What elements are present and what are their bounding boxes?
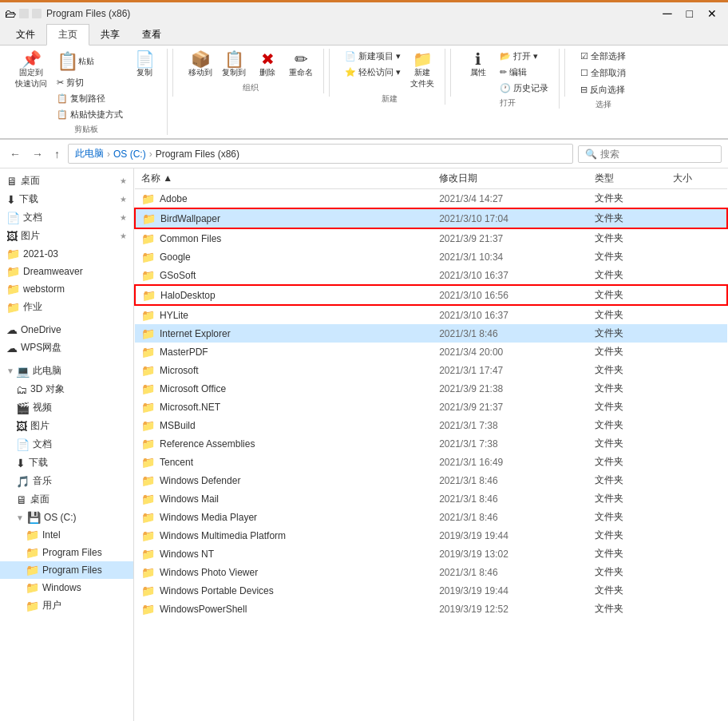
folder-icon: 📁 bbox=[141, 382, 155, 395]
paste-copy-cut: 📋 粘贴 ✂ 剪切 📋 复制路径 📋 粘贴快捷方式 bbox=[53, 49, 127, 122]
folder-icon: 📁 bbox=[141, 192, 155, 205]
select-label: 选择 bbox=[595, 99, 611, 110]
sidebar-item-2021-03[interactable]: 📁 2021-03 bbox=[0, 245, 133, 263]
tab-file[interactable]: 文件 bbox=[5, 24, 46, 45]
history-button[interactable]: 🕐 历史记录 bbox=[496, 81, 552, 96]
window-controls[interactable]: 🗁 bbox=[5, 7, 42, 20]
back-button[interactable]: ← bbox=[6, 146, 24, 162]
close-button[interactable]: ✕ bbox=[701, 5, 723, 22]
col-date[interactable]: 修改日期 bbox=[433, 168, 588, 189]
copy-button[interactable]: 📄 复制 bbox=[129, 49, 160, 81]
ribbon-group-new: 📄 新建项目 ▾ ⭐ 轻松访问 ▾ 📁 新建文件夹 新建 bbox=[334, 49, 445, 105]
copy-path-button[interactable]: 📋 复制路径 bbox=[53, 91, 127, 106]
sidebar-item-3d-objects[interactable]: 🗂 3D 对象 bbox=[0, 380, 133, 398]
pin-icon: 📌 bbox=[22, 51, 42, 67]
sidebar-item-desktop[interactable]: 🖥 桌面 ★ bbox=[0, 172, 133, 190]
table-row[interactable]: 📁Windows NT2019/3/19 13:02文件夹 bbox=[135, 545, 727, 563]
sidebar-item-dreamweaver[interactable]: 📁 Dreamweaver bbox=[0, 263, 133, 280]
table-row[interactable]: 📁Reference Assemblies2021/3/1 7:38文件夹 bbox=[135, 434, 727, 453]
tab-home[interactable]: 主页 bbox=[46, 24, 89, 46]
sidebar-item-intel[interactable]: 📁 Intel bbox=[0, 526, 133, 544]
table-row[interactable]: 📁HaloDesktop2021/3/10 16:56文件夹 bbox=[135, 285, 727, 305]
move-to-button[interactable]: 📦 移动到 bbox=[184, 49, 216, 81]
table-row[interactable]: 📁WindowsPowerShell2019/3/19 12:52文件夹 bbox=[135, 600, 727, 618]
col-size[interactable]: 大小 bbox=[667, 168, 727, 189]
sidebar-item-documents[interactable]: 📄 文档 ★ bbox=[0, 208, 133, 227]
table-row[interactable]: 📁Microsoft Office2021/3/9 21:38文件夹 bbox=[135, 379, 727, 398]
sidebar-item-program-files-x86[interactable]: 📁 Program Files bbox=[0, 561, 133, 579]
sidebar-item-pictures2[interactable]: 🖼 图片 bbox=[0, 417, 133, 435]
folder-icon: 📁 bbox=[141, 548, 155, 561]
forward-button[interactable]: → bbox=[29, 146, 46, 162]
sidebar-item-music[interactable]: 🎵 音乐 bbox=[0, 472, 133, 490]
table-row[interactable]: 📁Windows Multimedia Platform2019/3/19 19… bbox=[135, 526, 727, 545]
invert-selection-button[interactable]: ⊟ 反向选择 bbox=[576, 82, 629, 97]
breadcrumb-this-pc[interactable]: 此电脑 bbox=[75, 147, 104, 160]
breadcrumb-program-files[interactable]: Program Files (x86) bbox=[156, 149, 239, 160]
sidebar-item-users[interactable]: 📁 用户 bbox=[0, 596, 133, 615]
sidebar-item-os-c[interactable]: ▼ 💾 OS (C:) bbox=[0, 509, 133, 526]
pin-quickaccess-button[interactable]: 📌 固定到快速访问 bbox=[11, 49, 51, 92]
table-row[interactable]: 📁Common Files2021/3/9 21:37文件夹 bbox=[135, 228, 727, 248]
paste-button[interactable]: 📋 粘贴 bbox=[53, 49, 127, 74]
search-box[interactable]: 🔍 bbox=[578, 145, 722, 163]
select-all-button[interactable]: ☑ 全部选择 bbox=[576, 49, 630, 64]
table-row[interactable]: 📁BirdWallpaper2021/3/10 17:04文件夹 bbox=[135, 208, 727, 228]
sidebar-item-videos[interactable]: 🎬 视频 bbox=[0, 398, 133, 417]
table-row[interactable]: 📁MasterPDF2021/3/4 20:00文件夹 bbox=[135, 343, 727, 361]
sidebar-item-download[interactable]: ⬇ 下载 ★ bbox=[0, 190, 133, 208]
new-folder-button[interactable]: 📁 新建文件夹 bbox=[406, 49, 438, 92]
sidebar-item-wps-cloud[interactable]: ☁ WPS网盘 bbox=[0, 339, 133, 357]
sidebar-item-onedrive[interactable]: ☁ OneDrive bbox=[0, 321, 133, 339]
easy-access-button[interactable]: ⭐ 轻松访问 ▾ bbox=[341, 65, 405, 80]
sidebar-item-homework[interactable]: 📁 作业 bbox=[0, 298, 133, 316]
up-button[interactable]: ↑ bbox=[51, 146, 63, 162]
sidebar-item-webstorm[interactable]: 📁 webstorm bbox=[0, 280, 133, 298]
breadcrumb[interactable]: 此电脑 › OS (C:) › Program Files (x86) bbox=[68, 144, 573, 164]
folder-icon-hw: 📁 bbox=[6, 301, 20, 314]
sidebar-item-program-files[interactable]: 📁 Program Files bbox=[0, 544, 133, 561]
sidebar-item-desktop2[interactable]: 🖥 桌面 bbox=[0, 490, 133, 509]
breadcrumb-os-c[interactable]: OS (C:) bbox=[113, 149, 146, 160]
table-row[interactable]: 📁Windows Media Player2021/3/1 8:46文件夹 bbox=[135, 508, 727, 526]
col-type[interactable]: 类型 bbox=[588, 168, 667, 189]
sidebar-item-documents2[interactable]: 📄 文档 bbox=[0, 435, 133, 454]
maximize-button[interactable]: □ bbox=[680, 5, 699, 22]
rename-button[interactable]: ✏ 重命名 bbox=[285, 49, 317, 81]
table-row[interactable]: 📁Windows Photo Viewer2021/3/1 8:46文件夹 bbox=[135, 563, 727, 581]
table-row[interactable]: 📁Windows Defender2021/3/1 8:46文件夹 bbox=[135, 471, 727, 489]
table-row[interactable]: 📁GSoSoft2021/3/10 16:37文件夹 bbox=[135, 266, 727, 285]
table-row[interactable]: 📁Windows Mail2021/3/1 8:46文件夹 bbox=[135, 489, 727, 508]
table-row[interactable]: 📁Internet Explorer2021/3/1 8:46文件夹 bbox=[135, 324, 727, 343]
folder-icon-dw: 📁 bbox=[6, 265, 20, 278]
search-input[interactable] bbox=[600, 149, 712, 160]
table-row[interactable]: 📁MSBuild2021/3/1 7:38文件夹 bbox=[135, 416, 727, 434]
open-button[interactable]: 📂 打开 ▾ bbox=[496, 49, 552, 64]
cut-button[interactable]: ✂ 剪切 bbox=[53, 75, 127, 90]
table-row[interactable]: 📁Adobe2021/3/4 14:27文件夹 bbox=[135, 189, 727, 209]
properties-button[interactable]: ℹ 属性 bbox=[462, 49, 494, 81]
table-row[interactable]: 📁Microsoft.NET2021/3/9 21:37文件夹 bbox=[135, 398, 727, 416]
table-row[interactable]: 📁HYLite2021/3/10 16:37文件夹 bbox=[135, 305, 727, 324]
minimize-button[interactable]: ─ bbox=[656, 5, 678, 22]
table-row[interactable]: 📁Windows Portable Devices2019/3/19 19:44… bbox=[135, 581, 727, 600]
table-row[interactable]: 📁Microsoft2021/3/1 17:47文件夹 bbox=[135, 361, 727, 379]
delete-button[interactable]: ✖ 删除 bbox=[251, 49, 283, 81]
tab-view[interactable]: 查看 bbox=[131, 24, 172, 45]
properties-icon: ℹ bbox=[475, 51, 481, 67]
sidebar-item-pictures[interactable]: 🖼 图片 ★ bbox=[0, 227, 133, 245]
sidebar-item-windows[interactable]: 📁 Windows bbox=[0, 579, 133, 596]
table-row[interactable]: 📁Tencent2021/3/1 16:49文件夹 bbox=[135, 453, 727, 471]
folder-icon: 📁 bbox=[141, 251, 155, 263]
sidebar-item-downloads2[interactable]: ⬇ 下载 bbox=[0, 454, 133, 472]
sidebar-item-this-pc[interactable]: ▼ 💻 此电脑 bbox=[0, 362, 133, 380]
copy-to-button[interactable]: 📋 复制到 bbox=[218, 49, 250, 81]
table-row[interactable]: 📁Google2021/3/1 10:34文件夹 bbox=[135, 248, 727, 266]
paste-shortcut-button[interactable]: 📋 粘贴快捷方式 bbox=[53, 107, 127, 122]
tab-share[interactable]: 共享 bbox=[89, 24, 131, 45]
col-name[interactable]: 名称 ▲ bbox=[135, 168, 433, 189]
table-header: 名称 ▲ 修改日期 类型 大小 bbox=[135, 168, 727, 189]
select-none-button[interactable]: ☐ 全部取消 bbox=[576, 65, 630, 81]
edit-button[interactable]: ✏ 编辑 bbox=[496, 65, 552, 80]
new-item-button[interactable]: 📄 新建项目 ▾ bbox=[341, 49, 405, 64]
